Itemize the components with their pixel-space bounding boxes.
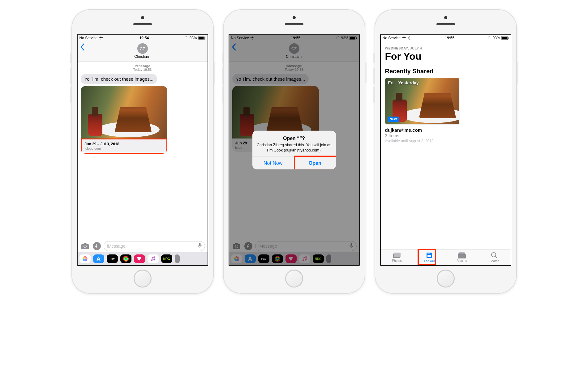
svg-point-15 xyxy=(85,259,87,261)
open-link-alert: Open “”? Christian Zibreg shared this. Y… xyxy=(252,131,336,169)
input-tray: iMessage xyxy=(78,239,208,252)
svg-rect-54 xyxy=(459,252,465,253)
svg-point-13 xyxy=(83,257,85,258)
input-placeholder: iMessage xyxy=(107,244,126,249)
iphone-frame-2: No Service 19:55 93% CZ Christian› iMess… xyxy=(223,9,365,294)
app-applepay[interactable]: Pay xyxy=(107,254,118,263)
messages-screen: No Service 19:54 93% CZ xyxy=(77,34,208,266)
battery-label: 93% xyxy=(189,36,197,40)
svg-line-58 xyxy=(495,256,497,258)
wifi-icon xyxy=(402,36,406,40)
dnd-icon xyxy=(488,36,491,40)
app-activity[interactable] xyxy=(120,254,131,263)
card-overlay-title: Fri – Yesterday xyxy=(388,80,419,85)
preview-title: Jun 29 – Jul 3, 2018 xyxy=(85,142,163,146)
iphone-frame-1: No Service 19:54 93% CZ xyxy=(71,9,214,294)
contact-name-row[interactable]: Christian› xyxy=(78,54,208,59)
home-button[interactable] xyxy=(285,270,303,288)
page-title: For You xyxy=(385,51,506,62)
message-thread[interactable]: iMessage Today 19:53 Yo Tim, check out t… xyxy=(78,62,208,239)
tab-search[interactable]: Search xyxy=(478,249,511,265)
date-eyebrow: WEDNESDAY, JULY 4 xyxy=(385,46,506,50)
app-heart[interactable] xyxy=(134,254,145,263)
contact-name: Christian xyxy=(134,54,149,59)
battery-label: 93% xyxy=(492,36,500,40)
alert-title: Open “”? xyxy=(257,136,332,141)
carrier-label: No Service xyxy=(79,36,98,40)
sharer-label: dujkan@me.com xyxy=(385,127,506,133)
tab-photos[interactable]: Photos xyxy=(381,249,413,265)
tab-for-you[interactable]: For You xyxy=(413,249,446,265)
open-button[interactable]: Open xyxy=(294,157,336,169)
dictation-icon[interactable] xyxy=(198,243,202,249)
carrier-label: No Service xyxy=(383,36,401,40)
conversation-header: CZ Christian› xyxy=(78,41,208,62)
home-button[interactable] xyxy=(437,270,455,288)
svg-rect-53 xyxy=(427,255,431,257)
svg-rect-52 xyxy=(427,254,430,254)
status-bar: No Service 19:54 93% xyxy=(78,35,208,41)
incoming-message[interactable]: Yo Tim, check out these images... xyxy=(81,74,157,84)
preview-image xyxy=(81,86,167,139)
wifi-icon xyxy=(99,36,103,40)
app-music[interactable] xyxy=(148,254,159,263)
preview-metadata: Jun 29 – Jul 3, 2018 icloud.com xyxy=(81,139,167,154)
clock-label: 19:54 xyxy=(139,36,149,40)
item-count: 3 Items xyxy=(385,133,506,138)
back-button[interactable] xyxy=(80,43,84,52)
expiry-label: Available until August 3, 2018 xyxy=(385,139,506,143)
battery-icon xyxy=(501,36,509,40)
preview-source: icloud.com xyxy=(85,147,163,150)
contact-avatar[interactable]: CZ xyxy=(137,43,148,54)
svg-rect-2 xyxy=(205,37,205,39)
shared-album-card[interactable]: Fri – Yesterday NEW xyxy=(385,78,459,124)
svg-line-43 xyxy=(410,39,410,39)
icloud-link-preview[interactable]: Jun 29 – Jul 3, 2018 icloud.com xyxy=(81,86,167,154)
tab-bar: Photos For You Albums Search xyxy=(381,249,511,265)
svg-rect-1 xyxy=(199,37,204,39)
app-more[interactable] xyxy=(175,254,180,263)
svg-rect-55 xyxy=(458,253,465,254)
app-photos[interactable] xyxy=(79,254,91,263)
imessage-app-strip[interactable]: A Pay NRC xyxy=(78,252,208,265)
app-nrc[interactable]: NRC xyxy=(161,254,172,263)
svg-point-4 xyxy=(84,245,86,247)
svg-rect-56 xyxy=(458,254,466,258)
photos-body[interactable]: WEDNESDAY, JULY 4 For You Recently Share… xyxy=(381,41,511,249)
clock-label: 19:55 xyxy=(445,36,454,40)
svg-rect-47 xyxy=(502,37,507,39)
section-title: Recently Shared xyxy=(385,68,506,75)
svg-point-12 xyxy=(85,257,87,258)
svg-point-18 xyxy=(125,258,127,259)
appstore-button[interactable] xyxy=(92,241,102,251)
not-now-button[interactable]: Not Now xyxy=(252,157,294,169)
tab-albums[interactable]: Albums xyxy=(446,249,478,265)
syncing-icon xyxy=(407,36,411,40)
dnd-icon xyxy=(185,36,188,40)
svg-rect-6 xyxy=(199,243,200,246)
svg-line-45 xyxy=(410,37,410,37)
svg-rect-48 xyxy=(508,37,509,39)
card-metadata: dujkan@me.com 3 Items Available until Au… xyxy=(385,127,506,143)
iphone-frame-3: No Service 19:55 93% WEDNESDAY, JULY 4 F… xyxy=(375,9,517,294)
svg-line-44 xyxy=(408,39,409,39)
svg-point-14 xyxy=(83,259,85,261)
messages-screen-modal: No Service 19:55 93% CZ Christian› iMess… xyxy=(229,34,360,266)
photos-for-you-screen: No Service 19:55 93% WEDNESDAY, JULY 4 F… xyxy=(380,34,511,266)
battery-icon xyxy=(198,36,205,40)
camera-button[interactable] xyxy=(80,241,90,251)
new-badge: NEW xyxy=(388,117,399,122)
home-button[interactable] xyxy=(134,270,152,288)
status-bar: No Service 19:55 93% xyxy=(381,35,511,41)
message-input[interactable]: iMessage xyxy=(104,241,205,251)
svg-rect-50 xyxy=(394,253,401,257)
alert-message: Christian Zibreg shared this. You will j… xyxy=(257,143,332,153)
thread-timestamp: iMessage Today 19:53 xyxy=(81,64,204,71)
svg-line-42 xyxy=(408,37,409,37)
app-store[interactable]: A xyxy=(93,254,104,263)
